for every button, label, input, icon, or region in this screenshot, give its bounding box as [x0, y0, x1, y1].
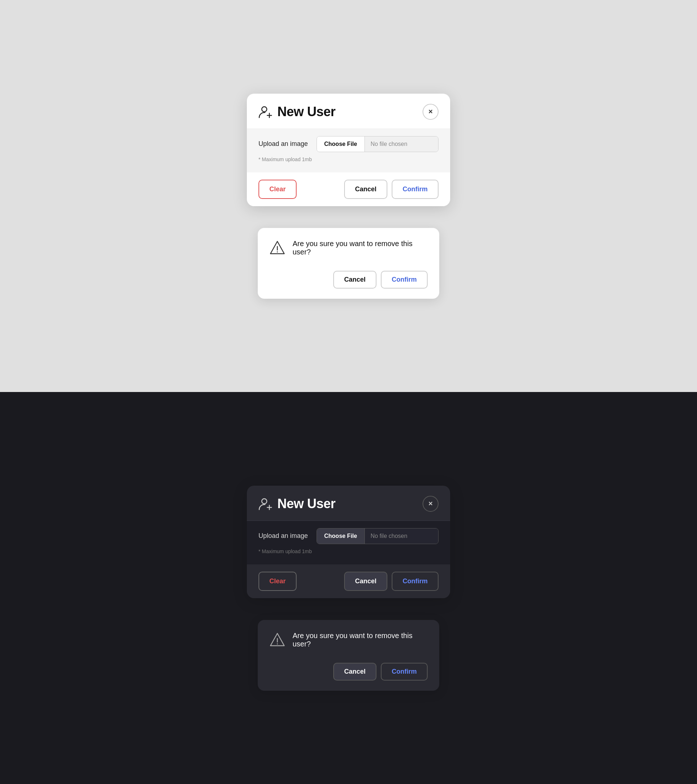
warning-icon-dark	[269, 632, 285, 648]
close-button-dark[interactable]: ×	[423, 496, 438, 512]
clear-button-dark[interactable]: Clear	[259, 572, 297, 591]
file-upload-row-dark: Upload an image Choose File No file chos…	[259, 528, 438, 544]
confirm-dialog-footer-light: Cancel Confirm	[258, 265, 439, 299]
modal-header-light: New User ×	[247, 94, 450, 128]
cancel-button-dark[interactable]: Cancel	[344, 572, 387, 591]
confirm-button-light[interactable]: Confirm	[392, 180, 438, 199]
choose-file-button-dark[interactable]: Choose File	[317, 529, 365, 544]
confirm-button-dark[interactable]: Confirm	[392, 572, 438, 591]
dialog-confirm-button-light[interactable]: Confirm	[381, 271, 428, 288]
cancel-button-light[interactable]: Cancel	[344, 180, 387, 199]
file-input-wrapper-light: Choose File No file chosen	[316, 136, 438, 152]
user-add-icon-dark	[259, 497, 273, 511]
modal-footer-dark: Clear Cancel Confirm	[247, 564, 450, 598]
confirm-dialog-body-dark: Are you sure you want to remove this use…	[258, 620, 439, 657]
modal-header-left-dark: New User	[259, 496, 335, 511]
clear-button-light[interactable]: Clear	[259, 180, 297, 199]
confirm-dialog-text-light: Are you sure you want to remove this use…	[293, 240, 428, 256]
modal-header-dark: New User ×	[247, 486, 450, 520]
dialog-cancel-button-dark[interactable]: Cancel	[333, 663, 376, 680]
modal-title-dark: New User	[277, 496, 335, 511]
upload-label-dark: Upload an image	[259, 532, 316, 540]
svg-point-0	[262, 107, 267, 112]
svg-point-5	[262, 499, 267, 504]
light-theme-section: New User × Upload an image Choose File N…	[0, 0, 697, 392]
warning-icon-light	[269, 240, 285, 256]
svg-point-9	[277, 643, 278, 644]
new-user-modal-dark: New User × Upload an image Choose File N…	[247, 486, 450, 598]
modal-header-left: New User	[259, 104, 335, 119]
dark-theme-section: New User × Upload an image Choose File N…	[0, 392, 697, 784]
svg-point-4	[277, 251, 278, 252]
choose-file-button-light[interactable]: Choose File	[317, 137, 365, 152]
confirm-dialog-body-light: Are you sure you want to remove this use…	[258, 228, 439, 265]
dialog-cancel-button-light[interactable]: Cancel	[333, 271, 376, 288]
confirm-dialog-footer-dark: Cancel Confirm	[258, 657, 439, 691]
new-user-modal-light: New User × Upload an image Choose File N…	[247, 94, 450, 206]
modal-body-light: Upload an image Choose File No file chos…	[247, 128, 450, 172]
dialog-confirm-button-dark[interactable]: Confirm	[381, 663, 428, 680]
upload-label-light: Upload an image	[259, 140, 316, 148]
modal-footer-light: Clear Cancel Confirm	[247, 172, 450, 206]
max-upload-note-light: * Maximum upload 1mb	[259, 156, 438, 162]
no-file-text-light: No file chosen	[365, 137, 438, 152]
confirm-dialog-text-dark: Are you sure you want to remove this use…	[293, 632, 428, 648]
close-button-light[interactable]: ×	[423, 104, 438, 120]
file-upload-row-light: Upload an image Choose File No file chos…	[259, 136, 438, 152]
modal-title-light: New User	[277, 104, 335, 119]
file-input-wrapper-dark: Choose File No file chosen	[316, 528, 438, 544]
user-add-icon	[259, 105, 273, 119]
no-file-text-dark: No file chosen	[365, 529, 438, 544]
max-upload-note-dark: * Maximum upload 1mb	[259, 548, 438, 554]
modal-body-dark: Upload an image Choose File No file chos…	[247, 520, 450, 564]
confirm-dialog-light: Are you sure you want to remove this use…	[258, 228, 439, 299]
confirm-dialog-dark: Are you sure you want to remove this use…	[258, 620, 439, 691]
